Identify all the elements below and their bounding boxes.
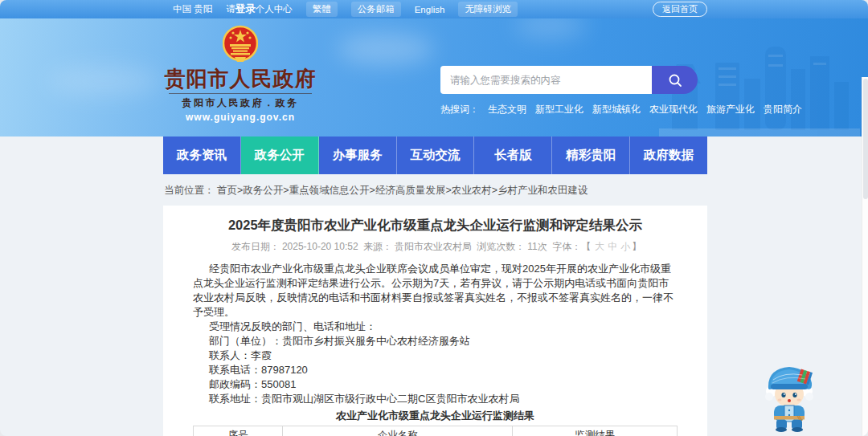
publish-date: 2025-10-20 10:52 <box>282 241 358 252</box>
page-scrollbar[interactable] <box>862 77 868 436</box>
nav-item-zhangzheban[interactable]: 长者版 <box>474 137 552 174</box>
login-link[interactable]: 请登录个人中心 <box>226 2 293 16</box>
search-input[interactable] <box>440 66 652 94</box>
table-caption: 农业产业化市级重点龙头企业运行监测结果 <box>193 409 678 422</box>
mascot-character[interactable] <box>760 359 818 433</box>
breadcrumb: 当前位置： 首页>政务公开>重点领域信息公开>经济高质量发展>农业农村>乡村产业… <box>163 174 707 206</box>
hot-search-item[interactable]: 贵阳简介 <box>764 103 802 116</box>
login-bold: 登录 <box>235 3 256 14</box>
divider <box>169 93 312 94</box>
browser-page: 中国 贵阳 请登录个人中心 繁體 公务邮箱 English 无障碍浏览 返回首页 <box>0 0 868 436</box>
login-prefix: 请 <box>226 4 235 14</box>
site-subtitle: 贵阳市人民政府．政务 <box>163 97 317 109</box>
hot-search-item[interactable]: 生态文明 <box>488 103 526 116</box>
nav-item-zhengfu-shuju[interactable]: 政府数据 <box>630 137 707 174</box>
cloud-decoration <box>338 33 434 65</box>
site-header: 贵阳市人民政府 贵阳市人民政府．政务 www.guiyang.gov.cn 热搜… <box>0 18 868 137</box>
article-meta: 发布日期：2025-10-20 10:52 来源：贵阳市农业农村局 浏览次数：1… <box>193 240 678 253</box>
nav-item-banshi-fuwu[interactable]: 办事服务 <box>319 137 397 174</box>
views-label: 浏览次数： <box>477 241 525 252</box>
column-header-company: 企业名称 <box>283 426 513 436</box>
font-size-label: 字体：【 <box>552 241 591 252</box>
table-header-row: 序号 企业名称 监测结果 <box>194 426 678 436</box>
region-link[interactable]: 中国 贵阳 <box>173 3 212 15</box>
article-paragraph: 部门（单位）：贵阳市乡村振兴服务中心农村经济服务站 <box>193 334 678 348</box>
font-size-small[interactable]: 小 <box>620 241 630 252</box>
nav-item-zhengwu-zixun[interactable]: 政务资讯 <box>163 137 241 174</box>
article-paragraph: 邮政编码：550081 <box>193 377 678 392</box>
cloud-decoration <box>48 67 161 96</box>
article-body: 经贵阳市农业产业化市级重点龙头企业联席会议成员单位审定，现对2025年开展的农业… <box>193 262 678 406</box>
source-label: 来源： <box>363 241 392 252</box>
main-navigation: 政务资讯 政务公开 办事服务 互动交流 长者版 精彩贵阳 政府数据 <box>163 137 707 174</box>
traditional-chinese-link[interactable]: 繁體 <box>306 2 338 17</box>
search-button[interactable] <box>652 66 698 94</box>
article-paragraph: 联系电话：87987120 <box>193 363 678 377</box>
site-title: 贵阳市人民政府 <box>163 67 317 91</box>
breadcrumb-label: 当前位置： <box>164 185 215 196</box>
monitoring-result-table: 序号 企业名称 监测结果 1 贵州合力超市采购有限公司 合格 2 贵州友禾种业有… <box>193 426 678 436</box>
national-emblem-icon <box>223 25 258 65</box>
font-size-large[interactable]: 大 <box>595 241 604 252</box>
article-title: 2025年度贵阳市农业产业化市级重点龙头企业运行监测和评定结果公示 <box>193 215 678 234</box>
article-paragraph: 联系人：李霞 <box>193 348 678 363</box>
publish-date-label: 发布日期： <box>231 241 280 252</box>
english-link[interactable]: English <box>415 5 445 14</box>
source-value: 贵阳市农业农村局 <box>395 241 472 252</box>
login-suffix: 个人中心 <box>256 4 293 14</box>
column-header-result: 监测结果 <box>513 426 678 436</box>
nav-item-jingcai-guiyang[interactable]: 精彩贵阳 <box>552 137 630 174</box>
search-icon <box>667 72 683 88</box>
views-value: 11次 <box>527 241 547 252</box>
article-paragraph: 经贵阳市农业产业化市级重点龙头企业联席会议成员单位审定，现对2025年开展的农业… <box>193 262 678 320</box>
search-area: 热搜词： 生态文明 新型工业化 新型城镇化 农业现代化 旅游产业化 贵阳简介 <box>440 66 698 116</box>
font-size-bracket-close: 】 <box>632 241 641 252</box>
article-paragraph: 联系地址：贵阳市观山湖区市级行政中心二期C区贵阳市农业农村局 <box>193 392 678 406</box>
top-utility-bar: 中国 贵阳 请登录个人中心 繁體 公务邮箱 English 无障碍浏览 返回首页 <box>0 0 868 18</box>
hot-search-item[interactable]: 农业现代化 <box>649 103 698 116</box>
column-header-index: 序号 <box>194 426 283 436</box>
nav-item-hudong-jiaoliu[interactable]: 互动交流 <box>397 137 475 174</box>
cloud-decoration <box>514 18 587 38</box>
hot-search-item[interactable]: 新型工业化 <box>535 103 583 116</box>
breadcrumb-trail[interactable]: 首页>政务公开>重点领域信息公开>经济高质量发展>农业农村>乡村产业和农田建设 <box>217 185 588 196</box>
article-card: 2025年度贵阳市农业产业化市级重点龙头企业运行监测和评定结果公示 发布日期：2… <box>163 206 707 436</box>
nav-item-zhengwu-gongkai[interactable]: 政务公开 <box>241 137 319 174</box>
hot-search-item[interactable]: 新型城镇化 <box>592 103 641 116</box>
accessibility-link[interactable]: 无障碍浏览 <box>458 2 518 17</box>
back-to-home-button[interactable]: 返回首页 <box>653 2 707 17</box>
font-size-medium[interactable]: 中 <box>608 241 617 252</box>
official-mail-link[interactable]: 公务邮箱 <box>351 2 401 17</box>
site-url: www.guiyang.gov.cn <box>163 111 317 124</box>
scrollbar-handle[interactable] <box>863 79 868 199</box>
article-paragraph: 受理情况反映的部门、电话和地址： <box>193 320 678 334</box>
hot-search-row: 热搜词： 生态文明 新型工业化 新型城镇化 农业现代化 旅游产业化 贵阳简介 <box>440 103 698 116</box>
hot-search-item[interactable]: 旅游产业化 <box>706 103 755 116</box>
hot-search-label: 热搜词： <box>440 103 479 116</box>
site-logo[interactable]: 贵阳市人民政府 贵阳市人民政府．政务 www.guiyang.gov.cn <box>163 25 317 124</box>
